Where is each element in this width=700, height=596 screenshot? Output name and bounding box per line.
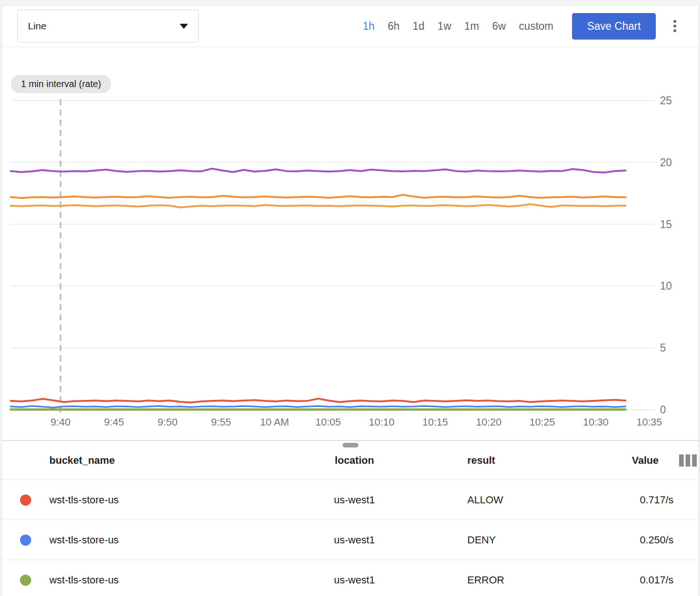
cell-result: ERROR <box>428 574 574 586</box>
col-header-result[interactable]: result <box>428 454 574 467</box>
cell-value: 0.250/s <box>574 534 673 546</box>
x-tick-955: 9:55 <box>211 416 231 428</box>
time-range-group: 1h6h1d1w1m6wcustom <box>363 20 553 33</box>
table-row-error[interactable]: wst-tls-store-usus-west1ERROR0.017/s <box>2 560 699 596</box>
x-tick-945: 9:45 <box>104 416 124 428</box>
x-tick-1010: 10:10 <box>369 416 394 428</box>
time-range-1d[interactable]: 1d <box>413 20 425 33</box>
x-tick-10AM: 10 AM <box>260 416 289 428</box>
cell-result: DENY <box>428 534 574 546</box>
more-vertical-icon[interactable] <box>670 17 680 35</box>
cell-location: us-west1 <box>281 574 428 586</box>
cell-bucket-name: wst-tls-store-us <box>49 494 281 506</box>
time-range-custom[interactable]: custom <box>519 20 553 33</box>
x-tick-1025: 10:25 <box>529 416 555 428</box>
cell-location: us-west1 <box>281 494 428 506</box>
resize-drag-handle[interactable] <box>343 443 358 447</box>
time-range-6w[interactable]: 6w <box>492 20 505 33</box>
chart-line-series-1 <box>11 195 626 198</box>
time-range-1h[interactable]: 1h <box>363 20 375 33</box>
chart-line-series-0 <box>11 169 626 173</box>
chart-type-value: Line <box>28 20 47 32</box>
col-header-location[interactable]: location <box>281 454 428 467</box>
cell-bucket-name: wst-tls-store-us <box>49 534 281 546</box>
chart-toolbar: Line 1h6h1d1w1m6wcustom Save Chart <box>2 6 699 47</box>
y-tick-25: 25 <box>660 95 672 107</box>
x-tick-1035: 10:35 <box>636 416 662 428</box>
chevron-down-icon <box>180 24 188 29</box>
chart-line-allow <box>11 399 626 403</box>
col-header-value[interactable]: Value <box>574 454 673 467</box>
chart-line-deny <box>11 406 626 407</box>
chart-area: 05101520259:409:459:509:5510 AM10:0510:1… <box>2 47 699 440</box>
cell-value: 0.717/s <box>574 494 673 506</box>
y-tick-5: 5 <box>660 342 666 354</box>
legend-table: bucket_name location result Value wst-tl… <box>2 440 699 596</box>
cell-value: 0.017/s <box>574 574 673 586</box>
save-chart-button[interactable]: Save Chart <box>572 13 656 40</box>
table-body: wst-tls-store-usus-west1ALLOW0.717/swst-… <box>2 480 699 596</box>
x-tick-1005: 10:05 <box>315 416 341 428</box>
series-color-dot <box>20 494 31 506</box>
x-tick-1030: 10:30 <box>583 416 608 428</box>
table-row-allow[interactable]: wst-tls-store-usus-west1ALLOW0.717/s <box>2 480 699 520</box>
chart-line-series-2 <box>11 204 626 208</box>
time-range-1w[interactable]: 1w <box>438 20 451 33</box>
y-tick-15: 15 <box>660 218 672 230</box>
time-range-1m[interactable]: 1m <box>464 20 479 33</box>
y-tick-0: 0 <box>660 404 666 416</box>
x-tick-950: 9:50 <box>158 416 178 428</box>
table-row-deny[interactable]: wst-tls-store-usus-west1DENY0.250/s <box>2 520 699 560</box>
chart-type-select[interactable]: Line <box>17 10 199 42</box>
cell-bucket-name: wst-tls-store-us <box>49 574 281 586</box>
x-tick-940: 9:40 <box>51 416 71 428</box>
y-tick-20: 20 <box>660 156 672 169</box>
chart-plot[interactable]: 05101520259:409:459:509:5510 AM10:0510:1… <box>2 47 699 440</box>
series-color-dot <box>20 575 31 586</box>
columns-icon[interactable] <box>673 454 699 467</box>
cell-result: ALLOW <box>428 494 574 506</box>
interval-badge: 1 min interval (rate) <box>11 75 111 93</box>
time-range-6h[interactable]: 6h <box>388 20 400 33</box>
series-color-dot <box>20 535 31 546</box>
col-header-bucket-name[interactable]: bucket_name <box>49 454 281 467</box>
x-tick-1020: 10:20 <box>476 416 501 428</box>
x-tick-1015: 10:15 <box>422 416 448 428</box>
y-tick-10: 10 <box>660 280 672 292</box>
cell-location: us-west1 <box>281 534 428 546</box>
chart-card: Line 1h6h1d1w1m6wcustom Save Chart 05101… <box>1 5 699 596</box>
